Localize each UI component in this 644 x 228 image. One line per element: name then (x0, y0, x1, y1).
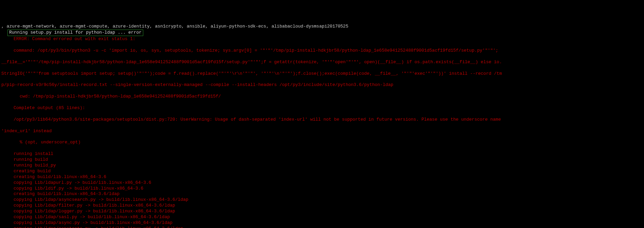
build-line: creating build/lib.linux-x86_64-3.6/ldap (1, 191, 643, 197)
error-header: ERROR: Command errored out with exit sta… (1, 36, 643, 42)
build-line: creating build (1, 169, 643, 174)
build-line: running build (1, 157, 643, 163)
build-line: copying Lib/ldap/asyncsearch.py -> build… (1, 197, 643, 203)
build-line: creating build/lib.linux-x86_64-3.6 (1, 174, 643, 180)
build-line: copying Lib/ldap/logger.py -> build/lib.… (1, 209, 643, 214)
cwd-line: cwd: /tmp/pip-install-hdkjbr58/python-ld… (1, 94, 643, 100)
build-line: running install (1, 151, 643, 157)
build-line: copying Lib/ldap/async.py -> build/lib.l… (1, 220, 643, 226)
command-cont-1: __file__='"'"'/tmp/pip-install-hdkjbr58/… (1, 59, 643, 65)
build-line: running build_py (1, 163, 643, 169)
build-line: copying Lib/ldap/filter.py -> build/lib.… (1, 203, 643, 209)
complete-output: Complete output (85 lines): (1, 105, 643, 111)
package-list: , azure-mgmt-network, azure-mgmt-compute… (1, 24, 348, 29)
userwarning-2: 'index_url' instead (1, 128, 643, 134)
build-line: copying Lib/ldap/sasl.py -> build/lib.li… (1, 214, 643, 220)
build-output: running installrunning buildrunning buil… (1, 151, 643, 228)
command-cont-3: p/pip-record-v3r9c56y/install-record.txt… (1, 82, 643, 88)
build-line: copying Lib/ldap/constants.py -> build/l… (1, 226, 643, 228)
running-setup-text: Running setup.py install for python-ldap… (9, 30, 142, 35)
pct-line: % (opt, underscore_opt) (1, 140, 643, 145)
build-line: copying Lib/ldapurl.py -> build/lib.linu… (1, 180, 643, 186)
running-setup-highlight: Running setup.py install for python-ldap… (7, 30, 143, 36)
build-line: copying Lib/ldif.py -> build/lib.linux-x… (1, 186, 643, 192)
command-line: command: /opt/py3/bin/python3 -u -c 'imp… (1, 48, 643, 54)
userwarning-1: /opt/py3/lib64/python3.6/site-packages/s… (1, 117, 643, 123)
command-cont-2: StringIO('"'"'from setuptools import set… (1, 71, 643, 77)
